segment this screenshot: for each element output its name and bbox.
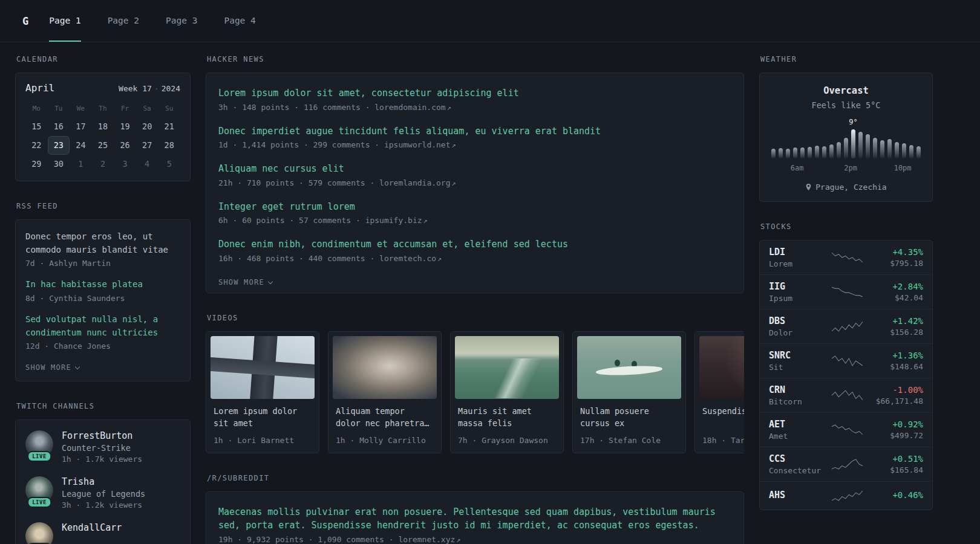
channel-name[interactable]: KendallCarr xyxy=(62,522,122,533)
video-title[interactable]: Mauris sit amet massa felis xyxy=(458,405,556,430)
hn-item-title[interactable]: Integer eget rutrum lorem xyxy=(218,200,731,214)
calendar-dow: We xyxy=(70,102,92,117)
channel-info: KendallCarr xyxy=(62,522,122,535)
calendar-week-year: Week 17·2024 xyxy=(119,84,180,93)
calendar-day: 15 xyxy=(25,117,48,136)
subreddit-post-title[interactable]: Maecenas mollis pulvinar erat non posuer… xyxy=(218,505,731,533)
stock-row[interactable]: CRNBitcorn -1.00%$66,171.48 xyxy=(760,378,932,412)
tab-page-1[interactable]: Page 1 xyxy=(49,0,80,42)
stock-name: Ipsum xyxy=(769,294,827,303)
stock-ticker[interactable]: IIG xyxy=(769,281,827,292)
calendar-day: 5 xyxy=(158,155,180,173)
video-title[interactable]: Aliquam tempor dolor nec pharetra… xyxy=(336,405,434,430)
video-title[interactable]: Suspendisse diam xyxy=(702,405,744,430)
channel-game[interactable]: Counter-Strike xyxy=(62,443,142,453)
stock-sparkline xyxy=(832,353,863,369)
calendar-week: Week 17 xyxy=(119,84,152,93)
map-pin-icon xyxy=(805,183,812,191)
twitch-channel[interactable]: LIVE ForrestBurton Counter-Strike 1h · 1… xyxy=(25,430,180,464)
avatar-image xyxy=(25,522,53,544)
calendar-dow: Th xyxy=(92,102,114,117)
subreddit-post-domain[interactable]: loremnet.xyz↗ xyxy=(398,535,460,544)
video-title[interactable]: Nullam posuere cursus ex xyxy=(580,405,678,430)
stock-row[interactable]: DBSDolor +1.42%$156.28 xyxy=(760,309,932,343)
weather-header: WEATHER xyxy=(760,55,933,63)
stock-row[interactable]: IIGIpsum +2.84%$42.04 xyxy=(760,274,932,309)
tab-page-4[interactable]: Page 4 xyxy=(224,0,255,42)
video-thumbnail[interactable] xyxy=(333,336,437,399)
weather-bar xyxy=(858,132,863,158)
stock-ticker[interactable]: AET xyxy=(769,419,827,430)
calendar-day: 30 xyxy=(48,155,70,173)
weather-current-temp: 9° xyxy=(849,118,857,126)
channel-game[interactable]: League of Legends xyxy=(62,489,145,499)
hn-item-stats: 3h · 148 points · 116 comments · xyxy=(218,103,370,112)
rss-item-title[interactable]: Donec tempor eros leo, ut commodo mauris… xyxy=(25,230,180,256)
hn-item-meta: 6h · 60 points · 57 comments · ipsumify.… xyxy=(218,216,731,225)
hacker-news-widget: HACKER NEWS Lorem ipsum dolor sit amet, … xyxy=(206,55,744,293)
video-thumbnail[interactable] xyxy=(211,336,315,399)
stock-row[interactable]: AETAmet +0.92%$499.72 xyxy=(760,412,932,447)
hn-item-title[interactable]: Lorem ipsum dolor sit amet, consectetur … xyxy=(218,86,731,100)
twitch-channel[interactable]: LIVE KendallCarr xyxy=(25,522,180,544)
external-link-icon: ↗ xyxy=(436,254,442,263)
hn-item-stats: 21h · 710 points · 579 comments · xyxy=(218,178,374,187)
stock-row[interactable]: AHS +0.46% xyxy=(760,481,932,510)
hn-item-title[interactable]: Donec imperdiet augue tincidunt felis al… xyxy=(218,125,731,138)
stock-price: $165.84 xyxy=(867,465,923,474)
hn-item-domain[interactable]: loremtech.co↗ xyxy=(379,254,442,263)
stock-ticker[interactable]: CRN xyxy=(769,384,827,395)
rss-item-title[interactable]: In hac habitasse platea xyxy=(25,278,180,291)
channel-name[interactable]: ForrestBurton xyxy=(62,430,142,441)
video-thumbnail[interactable] xyxy=(577,336,681,399)
hn-show-more-button[interactable]: SHOW MORE xyxy=(218,278,272,287)
calendar-day: 19 xyxy=(114,117,136,136)
twitch-channel[interactable]: LIVE Trisha League of Legends 3h · 1.2k … xyxy=(25,476,180,510)
video-thumbnail[interactable] xyxy=(699,336,744,399)
video-title[interactable]: Lorem ipsum dolor sit amet consectetu… xyxy=(214,405,312,430)
hn-item-title[interactable]: Aliquam nec cursus elit xyxy=(218,162,731,176)
app-logo[interactable]: G xyxy=(22,15,28,27)
tab-page-3[interactable]: Page 3 xyxy=(166,0,197,42)
hn-item-title[interactable]: Donec enim nibh, condimentum et accumsan… xyxy=(218,238,731,251)
stock-change: +0.92% xyxy=(867,419,923,429)
avatar: LIVE xyxy=(25,476,53,504)
stock-row[interactable]: SNRCSit +1.36%$148.64 xyxy=(760,343,932,378)
video-card[interactable]: Aliquam tempor dolor nec pharetra… 1h · … xyxy=(328,331,442,453)
video-card[interactable]: Suspendisse diam 18h · Tara xyxy=(694,331,744,453)
page-tabs: Page 1 Page 2 Page 3 Page 4 xyxy=(49,0,256,42)
stock-ticker[interactable]: SNRC xyxy=(769,350,827,361)
stock-ticker[interactable]: DBS xyxy=(769,316,827,326)
hn-item-domain[interactable]: loremlandia.org↗ xyxy=(379,178,456,187)
stock-row[interactable]: CCSConsectetur +0.51%$165.84 xyxy=(760,447,932,481)
tab-page-2[interactable]: Page 2 xyxy=(108,0,139,42)
channel-name[interactable]: Trisha xyxy=(62,476,145,487)
video-card[interactable]: Nullam posuere cursus ex 17h · Stefan Co… xyxy=(572,331,686,453)
video-card[interactable]: Mauris sit amet massa felis 7h · Grayson… xyxy=(450,331,564,453)
stock-row[interactable]: LDILorem +4.35%$795.18 xyxy=(760,241,932,274)
calendar-day: 4 xyxy=(136,155,158,173)
subreddit-header: /R/SUBREDDIT xyxy=(207,474,744,482)
hn-item-domain[interactable]: ipsumify.biz↗ xyxy=(365,216,428,225)
subreddit-post-meta: 19h · 9,932 points · 1,090 comments · lo… xyxy=(218,535,731,544)
hn-item-domain[interactable]: loremdomain.com↗ xyxy=(374,103,451,112)
weather-chart: 9° xyxy=(769,123,923,158)
rss-show-more-button[interactable]: SHOW MORE xyxy=(25,363,79,372)
calendar-header: CALENDAR xyxy=(16,55,191,63)
videos-widget: VIDEOS Lorem ipsum dolor sit amet consec… xyxy=(206,314,744,453)
stock-ticker[interactable]: CCS xyxy=(769,453,827,464)
domain-text: loremtech.co xyxy=(379,254,436,263)
hn-item-meta: 16h · 468 points · 440 comments · loremt… xyxy=(218,254,731,263)
video-card[interactable]: Lorem ipsum dolor sit amet consectetu… 1… xyxy=(206,331,319,453)
video-thumbnail[interactable] xyxy=(455,336,559,399)
stock-ticker[interactable]: AHS xyxy=(769,490,827,500)
hn-item-domain[interactable]: ipsumworld.net↗ xyxy=(384,140,456,149)
rss-item-meta: 8d · Cynthia Saunders xyxy=(25,294,180,303)
stock-ticker[interactable]: LDI xyxy=(769,247,827,257)
avatar: LIVE xyxy=(25,430,53,458)
rss-item-title[interactable]: Sed volutpat nulla nisl, a condimentum n… xyxy=(25,313,180,339)
weather-location[interactable]: Prague, Czechia xyxy=(769,183,923,192)
twitch-header: TWITCH CHANNELS xyxy=(16,402,191,410)
calendar-widget: CALENDAR April Week 17·2024 MoTuWeThFrSa… xyxy=(15,55,191,181)
calendar-day: 3 xyxy=(114,155,136,173)
